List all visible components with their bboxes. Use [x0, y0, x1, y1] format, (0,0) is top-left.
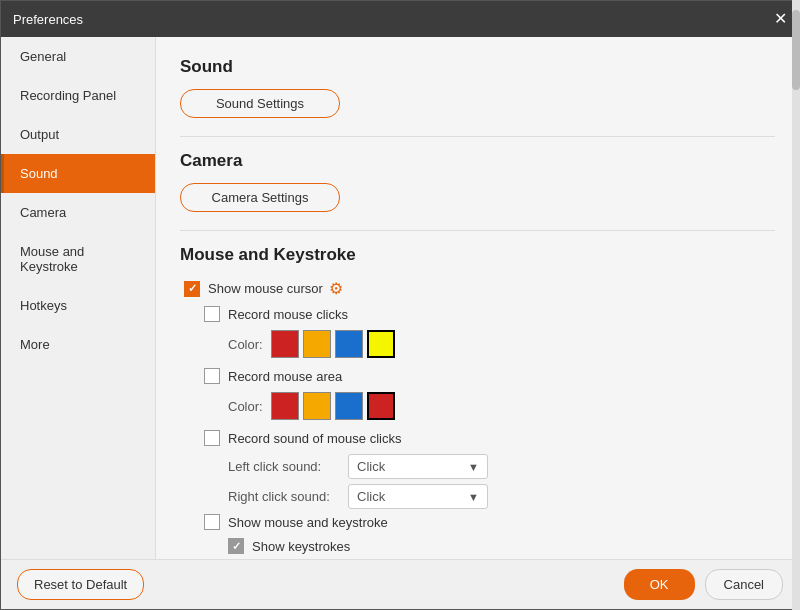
color-swatch-orange-1[interactable] — [303, 330, 331, 358]
mouse-keystroke-section: Mouse and Keystroke Show mouse cursor ⚙ … — [180, 245, 775, 559]
show-mouse-cursor-row: Show mouse cursor ⚙ — [180, 279, 775, 298]
sidebar-item-output[interactable]: Output — [1, 115, 155, 154]
show-keystrokes-row: Show keystrokes — [180, 538, 775, 554]
sidebar-item-hotkeys[interactable]: Hotkeys — [1, 286, 155, 325]
cancel-button[interactable]: Cancel — [705, 569, 783, 600]
color-label-1: Color: — [228, 337, 263, 352]
sidebar-item-camera[interactable]: Camera — [1, 193, 155, 232]
sidebar-item-recording-panel[interactable]: Recording Panel — [1, 76, 155, 115]
left-click-sound-select[interactable]: Click ▼ — [348, 454, 488, 479]
record-mouse-area-label: Record mouse area — [228, 369, 342, 384]
show-keystrokes-checkbox[interactable] — [228, 538, 244, 554]
show-mouse-cursor-checkbox[interactable] — [184, 281, 200, 297]
color-swatch-red-selected-2[interactable] — [367, 392, 395, 420]
record-sound-row: Record sound of mouse clicks — [180, 430, 775, 446]
color-swatch-blue-1[interactable] — [335, 330, 363, 358]
sidebar: General Recording Panel Output Sound Cam… — [1, 37, 156, 559]
right-click-sound-select[interactable]: Click ▼ — [348, 484, 488, 509]
sound-title: Sound — [180, 57, 775, 77]
close-button[interactable]: ✕ — [774, 11, 787, 27]
window-title: Preferences — [13, 12, 83, 27]
record-mouse-area-row: Record mouse area — [180, 368, 775, 384]
mouse-keystroke-title: Mouse and Keystroke — [180, 245, 775, 265]
sound-settings-button[interactable]: Sound Settings — [180, 89, 340, 118]
sidebar-item-more[interactable]: More — [1, 325, 155, 364]
right-click-dropdown-arrow: ▼ — [468, 491, 479, 503]
preferences-window: Preferences ✕ General Recording Panel Ou… — [0, 0, 800, 610]
sidebar-item-sound[interactable]: Sound — [1, 154, 155, 193]
divider-1 — [180, 136, 775, 137]
sound-section: Sound Sound Settings — [180, 57, 775, 118]
camera-settings-button[interactable]: Camera Settings — [180, 183, 340, 212]
record-sound-checkbox[interactable] — [204, 430, 220, 446]
ok-button[interactable]: OK — [624, 569, 695, 600]
footer: Reset to Default OK Cancel — [1, 559, 799, 609]
camera-section: Camera Camera Settings — [180, 151, 775, 212]
scrollbar-track[interactable] — [792, 37, 799, 559]
color-swatch-yellow-1[interactable] — [367, 330, 395, 358]
show-mouse-cursor-label: Show mouse cursor — [208, 281, 323, 296]
show-keystrokes-label: Show keystrokes — [252, 539, 350, 554]
divider-2 — [180, 230, 775, 231]
right-click-sound-row: Right click sound: Click ▼ — [228, 484, 775, 509]
color-row-2: Color: — [228, 392, 775, 420]
left-click-dropdown-arrow: ▼ — [468, 461, 479, 473]
sidebar-item-mouse-and-keystroke[interactable]: Mouse and Keystroke — [1, 232, 155, 286]
left-click-sound-value: Click — [357, 459, 385, 474]
footer-right: OK Cancel — [624, 569, 783, 600]
right-click-sound-value: Click — [357, 489, 385, 504]
gear-icon[interactable]: ⚙ — [329, 279, 343, 298]
camera-title: Camera — [180, 151, 775, 171]
color-swatch-blue-2[interactable] — [335, 392, 363, 420]
show-mouse-keystroke-label: Show mouse and keystroke — [228, 515, 388, 530]
record-mouse-clicks-label: Record mouse clicks — [228, 307, 348, 322]
record-mouse-area-checkbox[interactable] — [204, 368, 220, 384]
sidebar-item-general[interactable]: General — [1, 37, 155, 76]
titlebar: Preferences ✕ — [1, 1, 799, 37]
show-mouse-keystroke-row: Show mouse and keystroke — [180, 514, 775, 530]
left-click-sound-label: Left click sound: — [228, 459, 348, 474]
left-click-sound-row: Left click sound: Click ▼ — [228, 454, 775, 479]
main-content: Sound Sound Settings Camera Camera Setti… — [156, 37, 799, 559]
record-mouse-clicks-row: Record mouse clicks — [180, 306, 775, 322]
footer-left: Reset to Default — [17, 569, 144, 600]
content-area: General Recording Panel Output Sound Cam… — [1, 37, 799, 559]
reset-to-default-button[interactable]: Reset to Default — [17, 569, 144, 600]
record-sound-label: Record sound of mouse clicks — [228, 431, 401, 446]
show-mouse-keystroke-checkbox[interactable] — [204, 514, 220, 530]
color-swatch-orange-2[interactable] — [303, 392, 331, 420]
scrollbar-thumb[interactable] — [792, 37, 799, 90]
color-swatch-red-2[interactable] — [271, 392, 299, 420]
color-row-1: Color: — [228, 330, 775, 358]
color-swatch-red-1[interactable] — [271, 330, 299, 358]
color-label-2: Color: — [228, 399, 263, 414]
right-click-sound-label: Right click sound: — [228, 489, 348, 504]
record-mouse-clicks-checkbox[interactable] — [204, 306, 220, 322]
